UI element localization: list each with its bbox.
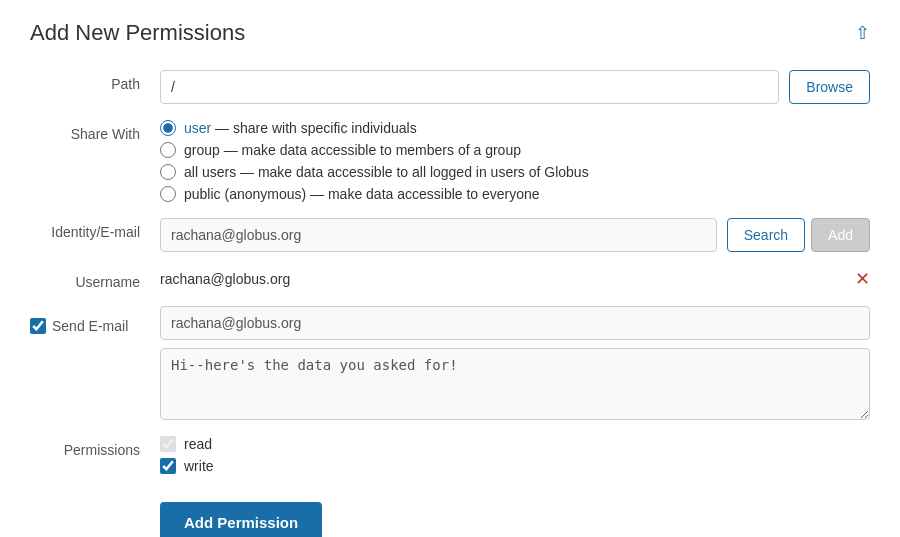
send-email-label[interactable]: Send E-mail <box>30 312 140 334</box>
share-radio-group[interactable] <box>160 142 176 158</box>
permission-write-label: write <box>184 458 214 474</box>
permission-read-checkbox[interactable] <box>160 436 176 452</box>
page-title: Add New Permissions <box>30 20 245 46</box>
path-row: Path Browse <box>30 70 870 104</box>
permissions-label: Permissions <box>30 436 160 458</box>
path-label: Path <box>30 70 160 92</box>
panel-header: Add New Permissions ⇧ <box>30 20 870 46</box>
share-with-content: user — share with specific individuals g… <box>160 120 870 202</box>
browse-button[interactable]: Browse <box>789 70 870 104</box>
share-option-group[interactable]: group — make data accessible to members … <box>160 142 589 158</box>
path-content: Browse <box>160 70 870 104</box>
share-radio-public[interactable] <box>160 186 176 202</box>
add-permission-row: Add Permission <box>30 490 870 537</box>
share-option-public[interactable]: public (anonymous) — make data accessibl… <box>160 186 589 202</box>
path-input[interactable] <box>160 70 779 104</box>
identity-content: Search Add <box>160 218 870 252</box>
identity-label: Identity/E-mail <box>30 218 160 240</box>
identity-row: Identity/E-mail Search Add <box>30 218 870 252</box>
search-button[interactable]: Search <box>727 218 805 252</box>
send-email-label-text: Send E-mail <box>52 318 128 334</box>
username-label: Username <box>30 268 160 290</box>
permissions-options-group: read write <box>160 436 214 474</box>
share-radio-user[interactable] <box>160 120 176 136</box>
username-row: Username rachana@globus.org ✕ <box>30 268 870 290</box>
identity-input-row: Search Add <box>160 218 870 252</box>
share-radio-allusers[interactable] <box>160 164 176 180</box>
permission-read-option[interactable]: read <box>160 436 214 452</box>
send-email-section: Hi--here's the data you asked for! <box>160 306 870 420</box>
add-permission-content: Add Permission <box>160 490 870 537</box>
send-email-checkbox[interactable] <box>30 318 46 334</box>
remove-username-icon[interactable]: ✕ <box>855 268 870 290</box>
permissions-content: read write <box>160 436 870 474</box>
username-value-row: rachana@globus.org ✕ <box>160 268 870 290</box>
share-option-user[interactable]: user — share with specific individuals <box>160 120 589 136</box>
add-permission-spacer <box>30 490 160 496</box>
permission-write-option[interactable]: write <box>160 458 214 474</box>
email-recipient-input[interactable] <box>160 306 870 340</box>
share-option-allusers[interactable]: all users — make data accessible to all … <box>160 164 589 180</box>
collapse-icon[interactable]: ⇧ <box>855 22 870 44</box>
email-message-textarea[interactable]: Hi--here's the data you asked for! <box>160 348 870 420</box>
permission-write-checkbox[interactable] <box>160 458 176 474</box>
add-permission-button[interactable]: Add Permission <box>160 502 322 537</box>
send-email-label-container: Send E-mail <box>30 306 160 334</box>
share-options-group: user — share with specific individuals g… <box>160 120 589 202</box>
username-value: rachana@globus.org <box>160 271 845 287</box>
share-with-row: Share With user — share with specific in… <box>30 120 870 202</box>
add-permissions-panel: Add New Permissions ⇧ Path Browse Share … <box>0 0 900 537</box>
send-email-content: Hi--here's the data you asked for! <box>160 306 870 420</box>
share-with-label: Share With <box>30 120 160 142</box>
add-button[interactable]: Add <box>811 218 870 252</box>
username-content: rachana@globus.org ✕ <box>160 268 870 290</box>
permission-read-label: read <box>184 436 212 452</box>
permissions-row: Permissions read write <box>30 436 870 474</box>
send-email-row: Send E-mail Hi--here's the data you aske… <box>30 306 870 420</box>
identity-email-input[interactable] <box>160 218 717 252</box>
